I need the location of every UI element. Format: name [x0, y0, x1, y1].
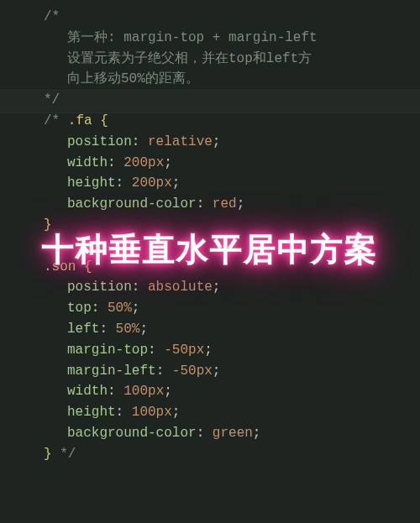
punct: ; — [139, 322, 148, 337]
punct: ; — [172, 175, 181, 191]
property: height — [67, 405, 116, 420]
code-line: } */ — [20, 444, 420, 465]
brace: { — [76, 259, 92, 275]
property: position — [67, 134, 132, 149]
code-line: height: 100px; — [20, 402, 420, 423]
code-line: 设置元素为子绝父相，并在top和left方 — [20, 49, 420, 70]
value: green — [213, 426, 253, 441]
value: 100px — [132, 405, 172, 420]
punct: : — [132, 134, 148, 149]
property: left — [67, 322, 99, 337]
punct: : — [116, 175, 132, 191]
punct: : — [108, 155, 123, 170]
brace: } — [44, 447, 52, 462]
code-line: height: 200px; — [20, 173, 420, 194]
value: 200px — [132, 175, 172, 191]
value: absolute — [148, 280, 213, 295]
punct: : — [197, 196, 213, 212]
property: top — [67, 301, 92, 316]
code-line: top: 50%; — [20, 298, 420, 319]
punct: ; — [172, 405, 181, 420]
punct: ; — [253, 426, 261, 441]
comment-text: 方 — [298, 51, 312, 66]
comment-text: 向上移动 — [67, 71, 121, 86]
punct: ; — [164, 384, 172, 399]
punct: : — [116, 405, 132, 420]
punct: : — [92, 301, 108, 316]
brace: { — [92, 113, 108, 128]
punct: ; — [164, 155, 172, 170]
comment-text: 和 — [253, 51, 266, 66]
selector: .fa — [68, 113, 92, 128]
code-line: /* .fa { — [20, 111, 420, 132]
property: background-color — [67, 426, 197, 441]
code-line: .son { — [20, 257, 420, 278]
punct: : — [197, 426, 213, 441]
comment-text: margin-top + margin-left — [123, 30, 317, 45]
comment-close: */ — [44, 92, 60, 107]
code-line: */ — [20, 90, 420, 111]
comment-text: top — [228, 51, 253, 66]
code-editor: /* 第一种: margin-top + margin-left 设置元素为子绝… — [0, 0, 420, 472]
property: width — [67, 155, 108, 170]
comment-prefix: /* — [44, 113, 68, 128]
comment-close: */ — [52, 447, 76, 462]
comment-text: 第一种: — [67, 30, 123, 45]
punct: : — [148, 343, 164, 358]
punct: : — [132, 280, 148, 295]
code-line: background-color: green; — [20, 423, 420, 444]
value: 50% — [116, 322, 140, 337]
comment-text: 50% — [121, 71, 145, 86]
code-line: left: 50%; — [20, 319, 420, 340]
code-line: width: 200px; — [20, 153, 420, 174]
comment-open: /* — [44, 9, 60, 24]
code-line: margin-left: -50px; — [20, 361, 420, 382]
code-line: /* — [20, 7, 420, 28]
punct: ; — [213, 134, 221, 149]
value: -50px — [164, 343, 204, 358]
punct: : — [156, 363, 172, 379]
property: margin-top — [67, 343, 148, 358]
value: 100px — [123, 384, 164, 399]
code-line: position: absolute; — [20, 277, 420, 298]
punct: : — [99, 322, 115, 337]
code-line: background-color: red; — [20, 194, 420, 215]
property: height — [67, 175, 116, 191]
code-line: } — [20, 215, 420, 236]
code-line — [20, 236, 420, 257]
value: -50px — [172, 363, 213, 379]
property: width — [67, 384, 108, 399]
value: 50% — [108, 301, 132, 316]
comment-text: 设置元素为子绝父相，并在 — [67, 51, 228, 66]
property: position — [67, 280, 132, 295]
punct: ; — [213, 280, 221, 295]
code-line: 向上移动50%的距离。 — [20, 69, 420, 90]
property: background-color — [67, 196, 197, 212]
punct: ; — [237, 196, 245, 212]
punct: ; — [213, 363, 221, 379]
punct: ; — [204, 343, 213, 358]
code-line: 第一种: margin-top + margin-left — [20, 28, 420, 49]
value: 200px — [123, 155, 164, 170]
code-line: position: relative; — [20, 132, 420, 153]
brace: } — [44, 217, 52, 233]
comment-text: left — [266, 51, 298, 66]
value: red — [213, 196, 237, 212]
value: relative — [148, 134, 213, 149]
code-line: width: 100px; — [20, 381, 420, 402]
selector: .son — [44, 259, 76, 275]
punct: : — [108, 384, 123, 399]
comment-text: 的距离。 — [145, 71, 199, 86]
punct: ; — [132, 301, 140, 316]
code-line: margin-top: -50px; — [20, 340, 420, 361]
property: margin-left — [67, 363, 156, 379]
